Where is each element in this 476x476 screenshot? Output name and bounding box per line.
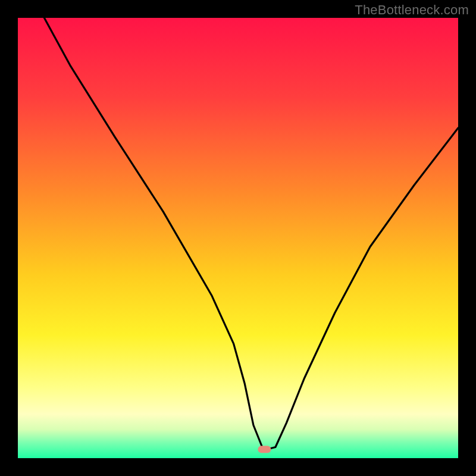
plot-background (18, 18, 458, 458)
chart-frame: TheBottleneck.com (0, 0, 476, 476)
watermark-text: TheBottleneck.com (355, 2, 469, 18)
trough-marker (258, 446, 271, 453)
bottleneck-chart (0, 0, 476, 476)
